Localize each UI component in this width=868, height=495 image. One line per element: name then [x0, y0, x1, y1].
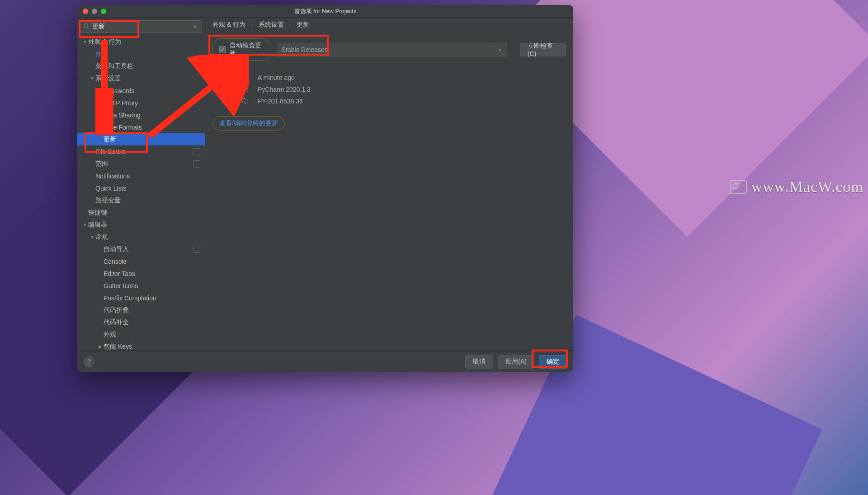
titlebar: 首选项 for New Projects	[77, 5, 573, 18]
cancel-button[interactable]: 取消	[465, 355, 493, 369]
search-icon	[83, 23, 92, 31]
sidebar-item[interactable]: 菜单和工具栏	[77, 60, 205, 72]
sidebar-item-label: 系统设置	[95, 75, 121, 83]
sidebar-item-label: Notifications	[95, 173, 130, 180]
sidebar-item[interactable]: Notifications	[77, 170, 205, 182]
last-check-key: 上次检查	[212, 72, 249, 84]
version-value: PyCharm 2020.1.3	[258, 84, 311, 95]
chevron-right-icon: ›	[251, 21, 253, 28]
build-key: 构建编号:	[212, 95, 249, 107]
ignored-updates-label: 查看/编辑忽略的更新	[219, 119, 278, 127]
sidebar-item[interactable]: 外观	[77, 328, 205, 341]
sidebar-item-label: 代码补全	[104, 318, 129, 327]
sidebar-item[interactable]: 范围	[77, 158, 205, 170]
sidebar-item[interactable]: Data Sharing	[77, 109, 205, 121]
project-scope-icon	[193, 160, 200, 168]
watermark-icon	[730, 180, 747, 194]
sidebar-item[interactable]: ▼编辑器	[77, 219, 205, 231]
sidebar-item[interactable]: ▶智能 Keys	[77, 341, 205, 350]
sidebar-item-label: Quick Lists	[95, 185, 126, 192]
chevron-down-icon[interactable]: ▼	[89, 234, 95, 239]
sidebar-item-label: 更新	[104, 135, 116, 144]
sidebar-item-label: 快捷键	[88, 209, 107, 217]
watermark-text: www.MacW.com	[751, 178, 863, 196]
help-icon: ?	[87, 358, 91, 365]
breadcrumb: 外观 & 行为 › 系统设置 › 更新	[205, 18, 573, 32]
project-scope-icon	[193, 246, 200, 253]
checkbox-icon[interactable]: ✓	[219, 46, 226, 53]
sidebar-item-label: 外观	[104, 331, 116, 339]
chevron-right-icon: ›	[289, 21, 292, 28]
search-input[interactable]	[92, 23, 192, 30]
settings-tree[interactable]: ▼外观 & 行为外观菜单和工具栏▼系统设置PasswordsHTTP Proxy…	[77, 36, 205, 350]
dialog-footer: ? 取消 应用(A) 确定	[77, 350, 573, 372]
search-field[interactable]: ×	[80, 20, 202, 33]
sidebar-item-label: 外观	[95, 50, 108, 58]
sidebar-item[interactable]: 自动导入	[77, 243, 205, 255]
ok-button[interactable]: 确定	[539, 355, 567, 369]
sidebar-item-label: 菜单和工具栏	[95, 62, 133, 70]
update-channel-value: Stable Releases	[282, 46, 328, 53]
chevron-down-icon[interactable]: ▼	[82, 222, 88, 227]
clear-search-icon[interactable]: ×	[192, 23, 199, 30]
sidebar-item-label: 自动导入	[104, 245, 129, 253]
sidebar-item[interactable]: 代码折叠	[77, 304, 205, 316]
auto-check-updates[interactable]: ✓ 自动检查更新	[212, 38, 270, 61]
sidebar-item[interactable]: 代码补全	[77, 316, 205, 328]
view-ignored-updates-link[interactable]: 查看/编辑忽略的更新	[212, 116, 285, 131]
sidebar-item[interactable]: 更新	[77, 133, 205, 145]
sidebar-item[interactable]: Console	[77, 255, 205, 267]
project-scope-icon	[193, 148, 200, 155]
build-value: PY-201.8538.36	[258, 95, 303, 107]
sidebar-item[interactable]: 快捷键	[77, 206, 205, 219]
zoom-window-icon[interactable]	[101, 9, 106, 14]
sidebar-item-label: Passwords	[104, 87, 134, 94]
check-now-label: 立即检查(C)	[528, 42, 558, 57]
window-controls	[77, 9, 106, 14]
cancel-label: 取消	[473, 358, 486, 366]
sidebar-item[interactable]: Postfix Completion	[77, 292, 205, 304]
svg-point-0	[84, 23, 88, 28]
breadcrumb-part[interactable]: 外观 & 行为	[212, 21, 245, 29]
apply-button[interactable]: 应用(A)	[498, 355, 534, 369]
update-channel-select[interactable]: Stable Releases ▼	[277, 43, 507, 56]
svg-line-1	[88, 27, 90, 29]
sidebar-item-label: Postfix Completion	[104, 294, 156, 302]
sidebar-item-label: File Colors	[95, 148, 126, 155]
sidebar-item[interactable]: Quick Lists	[77, 182, 205, 194]
sidebar-item-label: 智能 Keys	[104, 343, 132, 351]
sidebar-item-label: 代码折叠	[104, 306, 129, 314]
sidebar-item[interactable]: 外观	[77, 48, 205, 60]
sidebar-item[interactable]: File Colors	[77, 145, 205, 158]
sidebar-item[interactable]: Date Formats	[77, 121, 205, 133]
sidebar-item[interactable]: ▼外观 & 行为	[77, 36, 205, 48]
auto-check-label: 自动检查更新	[230, 42, 264, 58]
sidebar-item[interactable]: HTTP Proxy	[77, 97, 205, 109]
main-panel: 外观 & 行为 › 系统设置 › 更新 ✓ 自动检查更新 Stable Rele…	[205, 18, 573, 350]
preferences-window: 首选项 for New Projects × ▼外观 & 行为外观菜单和工具栏▼…	[77, 5, 573, 372]
sidebar-item[interactable]: Gutter Icons	[77, 280, 205, 292]
breadcrumb-part[interactable]: 系统设置	[259, 21, 284, 29]
sidebar-item[interactable]: 路径变量	[77, 194, 205, 206]
sidebar-item[interactable]: Editor Tabs	[77, 267, 205, 280]
help-button[interactable]: ?	[84, 356, 94, 367]
sidebar-item-label: 常规	[95, 233, 108, 241]
minimize-window-icon[interactable]	[92, 9, 97, 14]
sidebar-item[interactable]: ▼常规	[77, 231, 205, 243]
chevron-down-icon: ▼	[498, 47, 502, 52]
check-now-button[interactable]: 立即检查(C)	[520, 43, 566, 56]
sidebar: × ▼外观 & 行为外观菜单和工具栏▼系统设置PasswordsHTTP Pro…	[77, 18, 205, 350]
breadcrumb-part: 更新	[297, 21, 309, 29]
apply-label: 应用(A)	[505, 358, 527, 366]
close-window-icon[interactable]	[83, 9, 88, 14]
last-check-value: A minute ago	[258, 72, 295, 84]
version-key: 当前版本:	[212, 84, 249, 95]
window-title: 首选项 for New Projects	[77, 7, 573, 15]
chevron-down-icon[interactable]: ▼	[89, 76, 95, 81]
chevron-down-icon[interactable]: ▼	[82, 39, 88, 44]
chevron-right-icon[interactable]: ▶	[97, 344, 104, 349]
sidebar-item[interactable]: ▼系统设置	[77, 72, 205, 84]
sidebar-item-label: Date Formats	[104, 124, 142, 131]
sidebar-item[interactable]: Passwords	[77, 84, 205, 97]
sidebar-item-label: 范围	[95, 160, 108, 168]
